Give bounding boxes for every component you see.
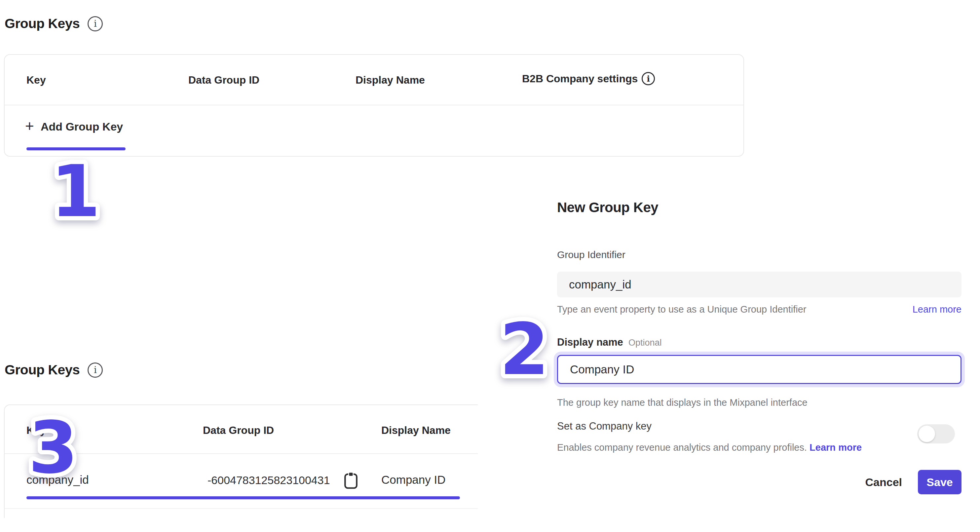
info-icon[interactable]: i [88, 16, 103, 31]
column-header-display-name: Display Name [356, 74, 425, 86]
add-group-key-label: Add Group Key [41, 120, 123, 133]
display-name-input[interactable] [557, 355, 961, 384]
display-name-helper: The group key name that displays in the … [557, 397, 808, 408]
group-identifier-learn-more-link[interactable]: Learn more [913, 304, 961, 315]
add-group-key-button[interactable]: + Add Group Key [25, 119, 123, 134]
copy-icon[interactable] [343, 471, 359, 490]
company-key-helper: Enables company revenue analytics and co… [557, 442, 862, 453]
group-keys-heading-bottom: Group Keys i [5, 362, 103, 377]
svg-text:3: 3 [29, 406, 78, 488]
step-1-badge: 1 [34, 149, 117, 231]
svg-text:2: 2 [500, 308, 549, 389]
step-2-badge: 2 [483, 307, 566, 389]
plus-icon: + [25, 118, 34, 134]
company-key-learn-more-link[interactable]: Learn more [810, 442, 862, 453]
company-key-label: Set as Company key [557, 421, 652, 432]
step3-highlight-underline [26, 496, 460, 499]
data-group-id-cell: -6004783125823100431 [207, 474, 330, 487]
column-header-b2b-settings: B2B Company settings i [522, 72, 655, 85]
column-header-key: Key [26, 74, 46, 86]
dialog-title: New Group Key [557, 199, 658, 215]
column-header-data-group-id: Data Group ID [203, 424, 274, 436]
save-button[interactable]: Save [918, 470, 961, 494]
page-title: Group Keys [5, 362, 80, 377]
info-icon[interactable]: i [642, 72, 655, 85]
step-3-badge: 3 [12, 405, 94, 488]
column-header-display-name: Display Name [381, 424, 451, 436]
group-keys-table-top: Key Data Group ID Display Name B2B Compa… [4, 54, 744, 157]
toggle-knob [918, 425, 935, 442]
display-name-cell: Company ID [381, 473, 446, 486]
page-title: Group Keys [5, 16, 80, 31]
table-header-divider [5, 105, 743, 105]
dialog-actions: Cancel Save [865, 470, 962, 494]
column-header-data-group-id: Data Group ID [188, 74, 259, 86]
group-identifier-label: Group Identifier [557, 249, 625, 260]
svg-text:1: 1 [51, 150, 100, 231]
row-divider [5, 508, 478, 509]
group-identifier-input[interactable] [557, 272, 961, 297]
new-group-key-dialog: New Group Key Group Identifier Type an e… [557, 195, 961, 506]
group-keys-heading-top: Group Keys i [5, 16, 103, 31]
display-name-label: Display name Optional [557, 336, 662, 348]
optional-hint: Optional [628, 338, 662, 348]
company-key-toggle[interactable] [917, 424, 955, 443]
info-icon[interactable]: i [88, 363, 103, 377]
group-identifier-helper: Type an event property to use as a Uniqu… [557, 304, 806, 315]
cancel-button[interactable]: Cancel [865, 476, 902, 489]
